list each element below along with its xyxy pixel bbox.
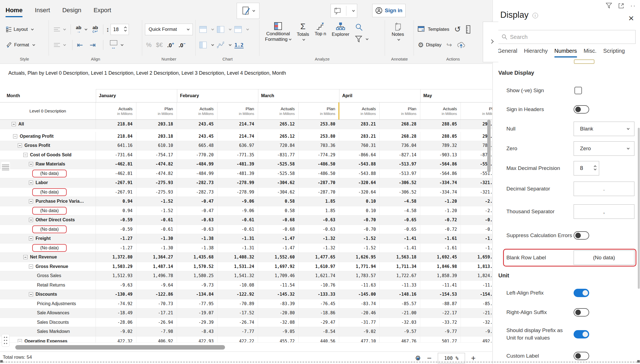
value-cell[interactable]: -26.74 — [218, 318, 258, 327]
collapse-icon[interactable] — [12, 122, 16, 126]
value-cell[interactable]: -9.05 — [258, 327, 299, 336]
value-cell[interactable]: 1,570.52 — [177, 262, 218, 271]
decrease-indent-icon[interactable]: ⇤ — [77, 41, 83, 49]
value-cell[interactable]: -19.07 — [177, 308, 218, 318]
collapse-icon[interactable] — [23, 255, 28, 259]
value-cell[interactable]: 1,408.32 — [218, 253, 258, 262]
value-cell[interactable]: -70.89 — [218, 299, 258, 308]
value-cell[interactable]: 1,626.95 — [339, 253, 380, 262]
value-cell[interactable]: 0.10 — [339, 197, 380, 206]
value-cell[interactable]: -282.73 — [177, 178, 218, 187]
value-cell[interactable]: 1,580.25 — [177, 271, 218, 280]
row-label[interactable]: Labor — [36, 180, 48, 185]
value-cell[interactable]: -1.32 — [299, 234, 339, 243]
value-cell[interactable]: -564.86 — [420, 160, 461, 169]
collapse-icon[interactable] — [23, 153, 28, 157]
horizontal-align-button[interactable] — [52, 41, 68, 49]
panel-collapse-button[interactable] — [483, 22, 498, 62]
value-cell[interactable]: 636.97 — [218, 141, 258, 150]
value-cell[interactable]: -148.16 — [380, 290, 420, 299]
close-icon[interactable]: × — [628, 13, 634, 23]
value-cell[interactable]: 789.32 — [420, 141, 461, 150]
value-cell[interactable]: 665.48 — [177, 141, 218, 150]
resize-grip-right[interactable] — [637, 360, 640, 363]
tab-numbers[interactable]: Numbers — [554, 48, 577, 57]
row-label[interactable]: Gross Revenue — [36, 264, 68, 269]
toggle-on[interactable] — [574, 330, 589, 338]
panel-filter-icon[interactable] — [606, 3, 612, 9]
value-cell[interactable]: -2.33 — [461, 206, 492, 215]
measure-header-actuals[interactable]: Actualsin Millions — [96, 102, 136, 120]
value-cell[interactable]: -278.99 — [218, 188, 258, 197]
value-cell[interactable]: 288.05 — [420, 120, 461, 129]
grid-settings-gear-icon[interactable]: ⚙ — [415, 354, 421, 362]
row-label[interactable]: Retail Returns — [37, 283, 65, 288]
value-cell[interactable]: -17.21 — [136, 308, 177, 318]
value-cell[interactable]: -85.77 — [461, 299, 492, 308]
value-cell[interactable]: -1.47 — [258, 243, 299, 253]
value-cell[interactable]: 1,722.67 — [380, 271, 420, 280]
value-cell[interactable]: -474.82 — [136, 160, 177, 169]
value-cell[interactable]: -130.49 — [96, 290, 136, 299]
value-cell[interactable]: -18.86 — [299, 308, 339, 318]
value-cell[interactable]: 203.18 — [136, 120, 177, 129]
collapse-icon[interactable] — [18, 144, 22, 148]
value-cell[interactable]: 218.84 — [96, 120, 136, 129]
value-cell[interactable]: -7.98 — [136, 327, 177, 336]
value-cell[interactable]: -1.41 — [380, 234, 420, 243]
value-cell[interactable]: -0.63 — [299, 225, 339, 234]
value-cell[interactable]: -1.52 — [136, 206, 177, 215]
value-cell[interactable]: -20.80 — [258, 308, 299, 318]
value-cell[interactable]: -31.77 — [339, 318, 380, 327]
zoom-out-button[interactable]: − — [427, 354, 431, 363]
value-cell[interactable]: -0.61 — [218, 225, 258, 234]
value-cell[interactable]: -1.38 — [177, 234, 218, 243]
value-cell[interactable]: 467.76 — [380, 337, 420, 343]
value-cell[interactable]: 214.74 — [218, 120, 258, 129]
row-label[interactable]: Discounts — [36, 292, 57, 297]
value-cell[interactable]: 422.32 — [96, 337, 136, 343]
row-label[interactable]: Sales Discounts — [37, 320, 69, 325]
value-cell[interactable]: 1,372.80 — [96, 253, 136, 262]
value-cell[interactable]: -462.81 — [96, 160, 136, 169]
value-cell[interactable]: 477.10 — [339, 337, 380, 343]
value-cell[interactable]: -29.47 — [299, 318, 339, 327]
value-cell[interactable]: -9.02 — [96, 327, 136, 336]
value-cell[interactable]: -1.66 — [461, 243, 492, 253]
row-label[interactable]: Raw Materials — [36, 162, 65, 167]
decrease-decimal-icon[interactable]: .0− — [179, 41, 186, 49]
value-cell[interactable]: 703.36 — [299, 141, 339, 150]
value-cell[interactable]: -11.13 — [461, 281, 492, 290]
collapse-icon[interactable] — [13, 134, 17, 138]
value-cell[interactable]: 0.10 — [339, 206, 380, 215]
checkbox[interactable] — [574, 87, 582, 94]
value-cell[interactable]: -0.74 — [461, 215, 492, 225]
value-cell[interactable]: -0.63 — [177, 225, 218, 234]
search-icon[interactable] — [355, 23, 368, 31]
currency-format-icon[interactable]: $€ — [156, 41, 163, 49]
value-cell[interactable]: -0.61 — [136, 225, 177, 234]
value-cell[interactable]: 268.28 — [380, 120, 420, 129]
value-cell[interactable]: 253.80 — [299, 120, 339, 129]
value-cell[interactable]: -474.82 — [136, 169, 177, 178]
value-cell[interactable]: -9.73 — [177, 281, 218, 290]
collapse-icon[interactable] — [29, 162, 33, 166]
edit-mode-button[interactable] — [237, 3, 259, 19]
value-cell[interactable]: -26.94 — [136, 318, 177, 327]
value-cell[interactable]: -7.77 — [218, 327, 258, 336]
dropdown-select[interactable]: Blank — [574, 122, 634, 136]
value-cell[interactable]: -1.38 — [177, 243, 218, 253]
value-cell[interactable]: -0.47 — [177, 206, 218, 215]
value-cell[interactable]: 1,858.39 — [420, 271, 461, 280]
dock-resize-line[interactable] — [0, 362, 640, 362]
value-cell[interactable]: 1,563.18 — [380, 253, 420, 262]
value-cell[interactable]: -0.47 — [177, 197, 218, 206]
increase-decimal-icon[interactable]: .0+ — [167, 41, 174, 49]
value-cell[interactable]: 1,541.32 — [218, 271, 258, 280]
value-cell[interactable]: -32.47 — [461, 318, 492, 327]
value-cell[interactable]: -334.74 — [420, 178, 461, 187]
value-cell[interactable]: -8.43 — [177, 327, 218, 336]
value-cell[interactable]: -564.86 — [420, 169, 461, 178]
value-cell[interactable]: 1,771.94 — [339, 262, 380, 271]
tab-design[interactable]: Design — [62, 7, 81, 17]
